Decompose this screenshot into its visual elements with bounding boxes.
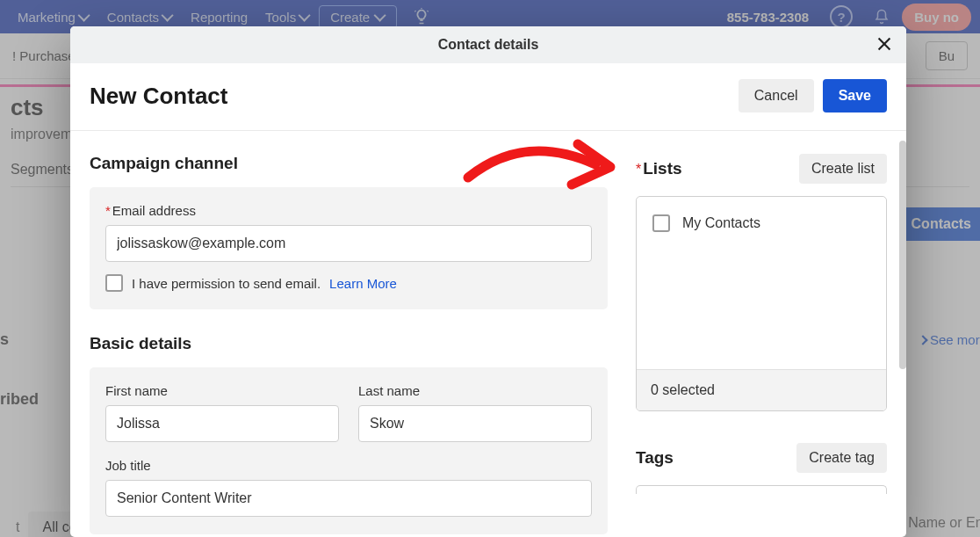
basic-section: Basic details First name Last name J [90,334,608,534]
modal-title: New Contact [90,83,227,110]
lists-header: *Lists Create list [636,154,887,184]
scrollbar[interactable] [899,141,906,369]
required-indicator: * [105,203,111,218]
email-label: *Email address [105,203,592,218]
first-name-label: First name [105,383,339,398]
modal-actions: Cancel Save [739,79,887,112]
tags-section: Tags Create tag [636,443,887,494]
required-indicator: * [636,162,641,177]
first-name-input[interactable] [105,405,339,442]
permission-checkbox[interactable] [105,274,123,292]
left-column: Campaign channel *Email address I have p… [90,154,608,502]
learn-more-link[interactable]: Learn More [329,276,397,291]
learn-more-label: Learn More [329,276,397,291]
lists-body: My Contacts [637,197,886,369]
list-item-label: My Contacts [682,215,760,231]
modal-header: Contact details [70,26,906,63]
cancel-button[interactable]: Cancel [739,79,814,112]
campaign-section-title: Campaign channel [90,154,608,173]
tags-box [636,485,887,494]
right-column: *Lists Create list My Contacts 0 selecte… [636,154,887,502]
create-tag-button[interactable]: Create tag [796,443,887,473]
permission-text: I have permission to send email. [132,276,321,291]
email-input[interactable] [105,225,592,262]
job-title-input[interactable] [105,480,592,517]
campaign-panel: *Email address I have permission to send… [90,187,608,309]
create-tag-label: Create tag [809,450,875,465]
tags-header: Tags Create tag [636,443,887,473]
modal-header-title: Contact details [438,37,539,53]
contact-modal: Contact details New Contact Cancel Save … [70,26,906,537]
basic-panel: First name Last name Job title [90,367,608,534]
job-title-label: Job title [105,458,592,473]
create-list-label: Create list [811,161,875,176]
last-name-label: Last name [358,383,592,398]
lists-footer: 0 selected [637,369,886,410]
basic-section-title: Basic details [90,334,608,353]
list-item[interactable]: My Contacts [652,214,870,232]
lists-box: My Contacts 0 selected [636,196,887,411]
tags-title: Tags [636,448,674,468]
save-button[interactable]: Save [823,79,887,112]
lists-title: Lists [643,159,681,178]
modal-title-row: New Contact Cancel Save [70,63,906,131]
selected-count: 0 selected [651,382,715,397]
email-label-text: Email address [112,203,196,218]
modal-body: Campaign channel *Email address I have p… [70,131,906,537]
last-name-input[interactable] [358,405,592,442]
save-label: Save [839,88,871,103]
create-list-button[interactable]: Create list [799,154,887,184]
cancel-label: Cancel [754,88,798,103]
close-icon [875,34,894,54]
close-button[interactable] [875,34,894,54]
lists-title-wrap: *Lists [636,159,682,178]
permission-row: I have permission to send email. Learn M… [105,274,592,292]
list-checkbox[interactable] [652,214,670,232]
